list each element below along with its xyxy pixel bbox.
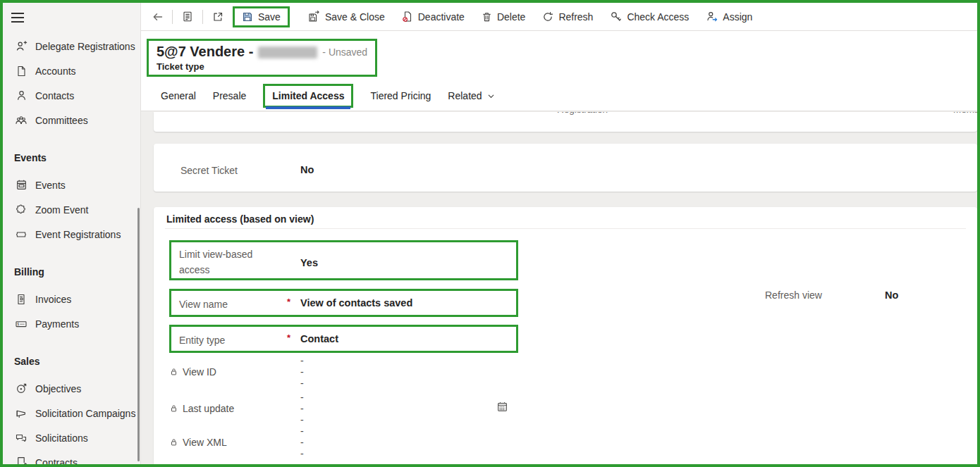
back-button[interactable]	[151, 11, 164, 23]
secret-ticket-value[interactable]: No	[300, 164, 314, 175]
sidebar-item-label: Contacts	[35, 90, 74, 101]
back-arrow-icon	[152, 11, 164, 23]
sidebar-item-solicitation-campaigns[interactable]: Solicitation Campaigns	[3, 401, 140, 425]
main-panel: Save Save & Close Deactivate Delete Re	[141, 3, 977, 464]
refresh-icon	[542, 11, 553, 23]
sidebar-item-committees[interactable]: Committees	[3, 108, 140, 132]
open-in-new-window-button[interactable]	[212, 11, 224, 23]
deactivate-icon	[402, 11, 413, 23]
clipped-field-label: Registration	[557, 112, 608, 116]
unsaved-status: - Unsaved	[322, 46, 367, 58]
sidebar-item-label: Solicitation Campaigns	[35, 408, 135, 419]
annotation-box-save: Save	[233, 6, 290, 27]
view-xml-field: View XML ---	[169, 437, 227, 448]
puzzle-icon	[15, 204, 27, 216]
form-icon	[182, 11, 193, 23]
field-label: Limit view-based access	[179, 247, 267, 278]
entity-type-label: Ticket type	[157, 61, 375, 72]
delete-label: Delete	[497, 11, 525, 23]
hamburger-menu-icon[interactable]	[11, 8, 31, 27]
sidebar-item-label: Event Registrations	[35, 229, 121, 240]
command-bar: Save Save & Close Deactivate Delete Re	[141, 3, 977, 31]
sidebar-item-solicitations[interactable]: Solicitations	[3, 425, 140, 450]
sidebar-item-label: Objectives	[35, 383, 81, 394]
tab-related[interactable]: Related	[448, 90, 495, 101]
form-tabs: General Presale Limited Access Tiered Pr…	[141, 81, 977, 111]
sidebar-item-label: Contracts	[35, 457, 78, 467]
person-add-icon	[15, 40, 27, 53]
invoice-icon	[15, 293, 27, 306]
check-access-button[interactable]: Check Access	[610, 11, 689, 23]
tab-presale[interactable]: Presale	[213, 90, 246, 101]
annotation-box-limit-view-based-access: Limit view-based access Yes	[169, 240, 518, 280]
tab-limited-access[interactable]: Limited Access	[263, 84, 353, 108]
assign-icon	[706, 11, 718, 23]
person-icon	[15, 89, 27, 102]
sidebar-item-objectives[interactable]: Objectives	[3, 376, 140, 401]
popout-icon	[212, 11, 223, 23]
deactivate-label: Deactivate	[418, 11, 465, 23]
tab-general[interactable]: General	[161, 90, 196, 101]
sidebar-item-contracts[interactable]: Contracts	[3, 450, 140, 467]
refresh-label: Refresh	[558, 11, 593, 23]
megaphone-icon	[15, 407, 27, 420]
sidebar-item-accounts[interactable]: Accounts	[3, 58, 140, 83]
sidebar-item-label: Delegate Registrations	[35, 41, 135, 52]
save-close-label: Save & Close	[325, 11, 385, 23]
show-form-button[interactable]	[181, 11, 194, 23]
limit-view-based-access-value[interactable]: Yes	[300, 257, 318, 268]
refresh-view-value[interactable]: No	[885, 289, 898, 301]
required-asterisk: *	[287, 297, 290, 307]
sidebar-item-label: Committees	[35, 115, 88, 126]
field-label: View ID	[183, 366, 216, 378]
sitemap-sidebar: Delegate Registrations Accounts Contacts…	[3, 3, 141, 464]
delete-button[interactable]: Delete	[482, 11, 525, 23]
save-icon	[242, 11, 253, 23]
refresh-button[interactable]: Refresh	[542, 11, 593, 23]
view-name-value[interactable]: View of contacts saved	[300, 297, 412, 309]
lock-icon	[169, 437, 178, 447]
sidebar-item-payments[interactable]: $ Payments	[3, 311, 140, 336]
sidebar-item-label: Accounts	[35, 66, 76, 77]
sidebar-item-label: Payments	[35, 318, 79, 330]
save-close-icon	[308, 11, 320, 23]
chat-icon	[15, 432, 27, 444]
section-title: Limited access (based on view)	[166, 213, 314, 225]
scrolled-section-card: Registration Membership	[154, 112, 977, 132]
clipped-field-label: Membership	[953, 112, 977, 116]
sidebar-item-invoices[interactable]: Invoices	[3, 287, 140, 311]
entity-type-value[interactable]: Contact	[300, 333, 338, 344]
section-divider	[165, 228, 966, 229]
form-scroll-area[interactable]: Registration Membership Secret Ticket No…	[141, 111, 977, 464]
check-access-label: Check Access	[627, 11, 689, 23]
annotation-box-entity-type: Entity type * Contact	[169, 325, 518, 353]
view-id-field: View ID ---	[169, 366, 216, 378]
save-button[interactable]: Save	[242, 11, 281, 23]
sidebar-item-delegate-registrations[interactable]: Delegate Registrations	[3, 34, 140, 58]
sidebar-item-label: Events	[35, 180, 66, 191]
tab-tiered-pricing[interactable]: Tiered Pricing	[370, 90, 431, 101]
toolbar-divider	[172, 10, 173, 24]
payment-icon: $	[15, 318, 27, 330]
view-xml-value: ---	[300, 425, 305, 459]
sidebar-item-event-registrations[interactable]: Event Registrations	[3, 222, 140, 247]
sidebar-item-events[interactable]: Events	[3, 173, 140, 197]
sidebar-item-contacts[interactable]: Contacts	[3, 83, 140, 108]
sidebar-item-label: Zoom Event	[35, 204, 88, 216]
deactivate-button[interactable]: Deactivate	[402, 11, 465, 23]
document-icon	[15, 65, 27, 77]
required-asterisk: *	[287, 332, 290, 343]
save-and-close-button[interactable]: Save & Close	[308, 11, 385, 23]
field-label: View name	[179, 297, 267, 312]
sidebar-item-zoom-event[interactable]: Zoom Event	[3, 197, 140, 222]
assign-label: Assign	[723, 11, 752, 23]
sidebar-scrollbar[interactable]	[137, 208, 140, 461]
date-picker-calendar-icon[interactable]	[497, 401, 508, 412]
sidebar-section-billing: Billing	[3, 259, 140, 284]
assign-button[interactable]: Assign	[706, 11, 752, 23]
target-icon	[15, 382, 27, 395]
chevron-down-icon	[486, 92, 496, 101]
secret-ticket-card: Secret Ticket No	[154, 144, 977, 192]
sidebar-item-label: Solicitations	[35, 432, 88, 444]
people-team-icon	[15, 114, 27, 127]
